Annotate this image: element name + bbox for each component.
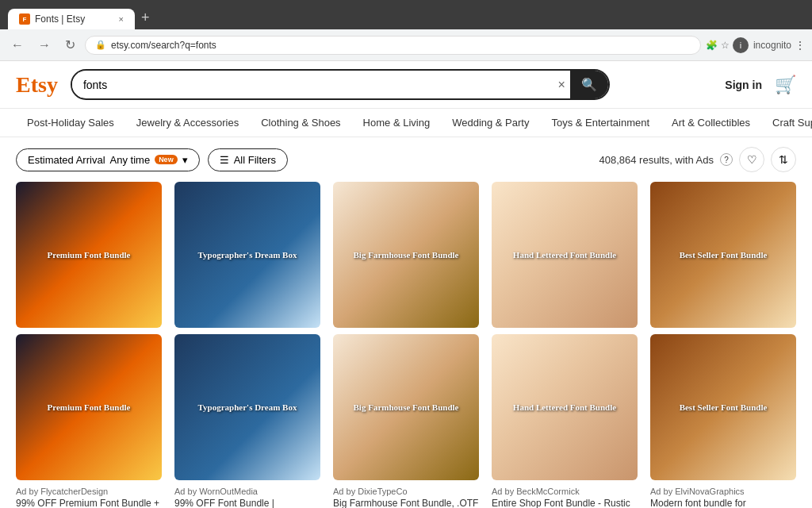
nav-post-holiday-sales[interactable]: Post-Holiday Sales [16,109,125,137]
nav-home[interactable]: Home & Living [352,109,442,137]
filter-icon: ☰ [220,154,229,166]
results-help-icon[interactable]: ? [720,153,733,166]
chevron-down-icon: ▾ [182,154,188,166]
product-card[interactable]: Typographer's Dream BoxTypographer's Dre… [174,182,320,508]
all-filters-label: All Filters [234,154,276,166]
all-filters-button[interactable]: ☰ All Filters [208,148,288,171]
lock-icon: 🔒 [95,40,106,50]
main-navigation: Post-Holiday Sales Jewelry & Accessories… [0,109,812,137]
nav-toys[interactable]: Toys & Entertainment [540,109,661,137]
sort-button[interactable]: ⇅ [771,147,796,172]
nav-art[interactable]: Art & Collectibles [661,109,761,137]
nav-jewelry[interactable]: Jewelry & Accessories [125,109,250,137]
search-bar: × 🔍 [71,69,610,100]
search-button[interactable]: 🔍 [570,71,608,98]
product-image: Big Farmhouse Font Bundle [333,334,479,480]
product-image: Best Seller Font Bundle [650,182,796,328]
nav-craft[interactable]: Craft Supplies [761,109,812,137]
extensions-icon: 🧩 [706,40,718,51]
product-image: Typographer's Dream Box [174,334,320,480]
product-card[interactable]: Big Farmhouse Font BundleBig Farmhouse F… [333,182,479,508]
product-title: 99% OFF Premium Font Bundle + 50... [16,498,162,508]
new-tab-button[interactable]: + [135,6,156,29]
nav-clothing[interactable]: Clothing & Shoes [250,109,351,137]
product-image: Hand Lettered Font Bundle [492,334,638,480]
product-ad-label: Ad by WornOutMedia [174,487,320,496]
etsy-header: Etsy × 🔍 Sign in 🛒 [0,61,812,109]
incognito-label: incognito [753,40,791,51]
favorites-button[interactable]: ♡ [739,147,764,172]
product-image: Best Seller Font Bundle [650,334,796,480]
browser-tab[interactable]: F Fonts | Etsy × [8,9,135,29]
any-time-label: Any time [110,154,151,166]
browser-chrome: F Fonts | Etsy × + [0,0,812,29]
address-bar[interactable]: 🔒 etsy.com/search?q=fonts [85,36,701,55]
filter-buttons: Estimated Arrival Any time New ▾ ☰ All F… [16,148,288,171]
back-button[interactable]: ← [6,35,29,56]
product-ad-label: Ad by DixieTypeCo [333,487,479,496]
results-info: 408,864 results, with Ads ? ♡ ⇅ [599,147,796,172]
bookmark-icon: ☆ [721,40,730,51]
etsy-logo[interactable]: Etsy [16,72,58,98]
search-clear-button[interactable]: × [553,73,570,97]
product-ad-label: Ad by ElviNovaGraphics [650,487,796,496]
browser-toolbar: ← → ↻ 🔒 etsy.com/search?q=fonts 🧩 ☆ i in… [0,29,812,61]
product-card[interactable]: Best Seller Font BundleBest Seller Font … [650,182,796,508]
product-image: Typographer's Dream Box [174,182,320,328]
product-title: Entire Shop Font Bundle - Rustic Fon... [492,498,638,508]
products-section: Premium Font BundlePremium Font Bundle A… [0,182,812,508]
filters-row: Estimated Arrival Any time New ▾ ☰ All F… [0,137,812,182]
product-image: Premium Font Bundle [16,334,162,480]
tab-title: Fonts | Etsy [35,13,114,25]
product-ad-label: Ad by FlycatcherDesign [16,487,162,496]
product-title: Big Farmhouse Font Bundle, .OTF ins... [333,498,479,508]
nav-list: Post-Holiday Sales Jewelry & Accessories… [16,109,796,137]
sign-in-link[interactable]: Sign in [725,79,762,91]
product-image: Hand Lettered Font Bundle [492,182,638,328]
nav-wedding[interactable]: Wedding & Party [441,109,540,137]
product-ad-label: Ad by BeckMcCormick [492,487,638,496]
product-title: 99% OFF Font Bundle | Typographer'... [174,498,320,508]
browser-actions: 🧩 ☆ i incognito ⋮ [706,37,806,53]
refresh-button[interactable]: ↻ [60,34,80,56]
cart-icon[interactable]: 🛒 [775,75,796,95]
forward-button[interactable]: → [33,35,56,56]
profile-icon: i [733,37,749,53]
tab-close-button[interactable]: × [119,14,124,24]
favicon-icon: F [19,13,30,25]
results-actions: ♡ ⇅ [739,147,796,172]
products-grid: Premium Font BundlePremium Font Bundle A… [16,182,796,508]
address-text: etsy.com/search?q=fonts [111,40,691,51]
estimated-arrival-filter[interactable]: Estimated Arrival Any time New ▾ [16,148,200,171]
product-image: Big Farmhouse Font Bundle [333,182,479,328]
new-badge: New [155,155,178,164]
product-card[interactable]: Hand Lettered Font BundleHand Lettered F… [492,182,638,508]
product-image: Premium Font Bundle [16,182,162,328]
product-title: Modern font bundle for commercial ... [650,498,796,508]
search-input[interactable] [72,72,553,98]
results-count: 408,864 results, with Ads [599,154,714,166]
header-actions: Sign in 🛒 [725,75,796,95]
product-card[interactable]: Premium Font BundlePremium Font Bundle A… [16,182,162,508]
menu-icon: ⋮ [795,39,806,52]
estimated-arrival-label: Estimated Arrival [28,154,105,166]
